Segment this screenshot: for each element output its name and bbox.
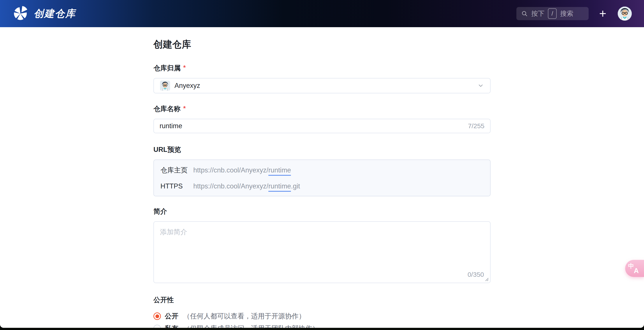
url-preview-label: URL预览 — [154, 145, 490, 154]
visibility-option-private[interactable]: 私有 （仅限仓库成员访问，适用于团队内部协作） — [154, 323, 490, 328]
description-label-text: 简介 — [154, 207, 167, 216]
name-label-text: 仓库名称 — [154, 104, 180, 114]
visibility-field-label: 公开性 — [154, 295, 490, 304]
owner-label-text: 仓库归属 — [154, 64, 180, 73]
description-textarea[interactable] — [154, 222, 490, 283]
required-asterisk: * — [183, 64, 186, 71]
browser-window: 创建仓库 按下 / 搜索 + 创建仓库 仓库归属 * Anyexyz — [0, 0, 644, 328]
url-row-https: HTTPS https://cnb.cool/Anyexyz/runtime.g… — [160, 182, 484, 190]
slash-keycap: / — [548, 8, 557, 19]
url-prefix: https://cnb.cool/Anyexyz/ — [193, 182, 268, 190]
create-repo-form: 创建仓库 仓库归属 * Anyexyz 仓库名称 * 7/255 URL预览 — [154, 27, 490, 328]
name-char-counter: 7/255 — [468, 122, 484, 130]
repo-name-field: 7/255 — [154, 119, 490, 133]
cnb-logo-icon[interactable] — [13, 6, 28, 21]
description-field: 0/350 — [154, 221, 490, 283]
owner-avatar-icon — [160, 81, 170, 91]
page-title: 创建仓库 — [154, 38, 490, 51]
url-suffix: .git — [291, 182, 300, 190]
translate-en-glyph: A — [634, 267, 639, 275]
radio-option-name: 公开 — [165, 311, 178, 321]
radio-option-name: 私有 — [165, 324, 178, 328]
create-new-button[interactable]: + — [599, 8, 606, 20]
radio-option-desc: （仅限仓库成员访问，适用于团队内部协作） — [183, 324, 319, 328]
search-input[interactable]: 按下 / 搜索 — [516, 7, 588, 20]
user-avatar[interactable] — [618, 7, 632, 21]
url-row-homepage: 仓库主页 https://cnb.cool/Anyexyz/runtime — [160, 166, 484, 175]
radio-button-icon[interactable] — [154, 325, 161, 328]
repo-name-input[interactable] — [160, 122, 464, 130]
url-preview-label-text: URL预览 — [154, 145, 181, 154]
owner-selected-value: Anyexyz — [174, 82, 200, 90]
search-placeholder-prefix: 按下 — [531, 9, 544, 18]
url-row-value: https://cnb.cool/Anyexyz/runtime — [193, 166, 291, 174]
url-row-value: https://cnb.cool/Anyexyz/runtime.git — [193, 182, 300, 190]
owner-select[interactable]: Anyexyz — [154, 78, 490, 93]
visibility-option-public[interactable]: 公开 （任何人都可以查看，适用于开源协作） — [154, 311, 490, 321]
translate-widget-button[interactable]: 中 A — [625, 260, 644, 277]
resize-handle-icon[interactable] — [485, 277, 488, 281]
top-navbar: 创建仓库 按下 / 搜索 + — [0, 0, 644, 27]
radio-option-desc: （任何人都可以查看，适用于开源协作） — [183, 311, 305, 321]
navbar-title: 创建仓库 — [34, 7, 76, 20]
radio-button-icon[interactable] — [154, 312, 161, 320]
search-icon — [521, 10, 528, 17]
description-field-label: 简介 — [154, 207, 490, 216]
search-placeholder-suffix: 搜索 — [560, 9, 573, 18]
url-preview-panel: 仓库主页 https://cnb.cool/Anyexyz/runtime HT… — [154, 160, 490, 196]
owner-field-label: 仓库归属 * — [154, 64, 490, 73]
chevron-down-icon — [478, 82, 484, 89]
url-row-label: 仓库主页 — [160, 166, 193, 175]
translate-icon: 中 A — [628, 263, 639, 274]
user-avatar-icon — [618, 7, 632, 21]
url-prefix: https://cnb.cool/Anyexyz/ — [193, 166, 268, 174]
url-repo-segment: runtime — [268, 166, 291, 176]
owner-avatar — [160, 81, 170, 91]
url-row-label: HTTPS — [160, 182, 193, 190]
url-repo-segment: runtime — [268, 182, 291, 192]
required-asterisk: * — [183, 105, 186, 112]
visibility-label-text: 公开性 — [154, 295, 174, 304]
translate-zh-glyph: 中 — [628, 262, 634, 270]
name-field-label: 仓库名称 * — [154, 104, 490, 114]
